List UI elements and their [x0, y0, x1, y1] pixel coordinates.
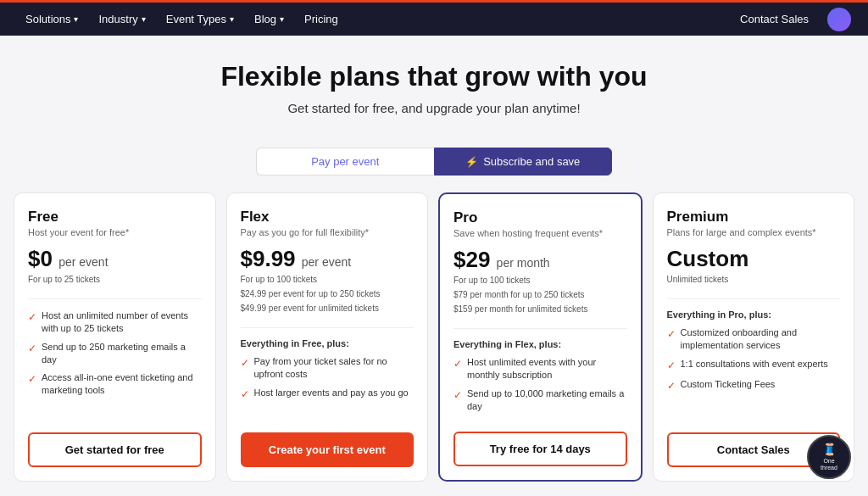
price-detail: Unlimited tickets: [667, 274, 841, 286]
check-icon: ✓: [453, 357, 462, 371]
subscribe-save-toggle[interactable]: ⚡ Subscribe and save: [434, 148, 613, 176]
feature-item: ✓ Host an unlimited number of events wit…: [28, 309, 202, 335]
feature-item: ✓ Access all-in-one event ticketing and …: [28, 371, 202, 397]
cta-button-flex[interactable]: Create your first event: [241, 432, 415, 467]
feature-item: ✓ Send up to 10,000 marketing emails a d…: [453, 387, 627, 413]
feature-item: ✓ Send up to 250 marketing emails a day: [28, 341, 202, 366]
feature-item: ✓ Host larger events and pay as you go: [241, 387, 415, 401]
check-icon: ✓: [28, 310, 36, 324]
plan-tagline: Pay as you go for full flexibility*: [241, 227, 415, 237]
feature-item: ✓ 1:1 consultations with event experts: [667, 358, 841, 372]
feature-item: ✓ Host unlimited events with your monthl…: [453, 356, 627, 382]
chevron-down-icon: ▾: [280, 14, 284, 24]
plan-price: $0 per event: [28, 246, 202, 272]
check-icon: ✓: [667, 379, 676, 393]
price-detail: $79 per month for up to 250 tickets: [453, 289, 627, 301]
chevron-down-icon: ▾: [74, 14, 78, 24]
hero-subtitle: Get started for free, and upgrade your p…: [17, 101, 851, 115]
check-icon: ✓: [241, 387, 249, 401]
avatar[interactable]: [827, 8, 851, 31]
divider: [453, 328, 627, 329]
check-icon: ✓: [667, 359, 676, 372]
check-icon: ✓: [28, 342, 36, 355]
plan-price: Custom: [667, 246, 841, 272]
plan-card-free: Free Host your event for free* $0 per ev…: [14, 192, 216, 482]
price-detail: For up to 100 tickets: [241, 274, 415, 286]
plan-price: $29 per month: [453, 247, 627, 273]
feature-list: ✓ Pay from your ticket sales for no upfr…: [241, 355, 415, 419]
plan-card-pro: Pro Save when hosting frequent events* $…: [438, 192, 643, 482]
plan-price: $9.99 per event: [241, 246, 415, 272]
cta-button-free[interactable]: Get started for free: [28, 432, 202, 467]
plan-tagline: Host your event for free*: [28, 227, 202, 237]
contact-sales-nav[interactable]: Contact Sales: [730, 9, 819, 29]
feature-list: ✓ Host unlimited events with your monthl…: [453, 356, 627, 418]
plan-name: Premium: [667, 209, 841, 226]
price-detail: $24.99 per event for up to 250 tickets: [241, 288, 415, 300]
feature-list: ✓ Host an unlimited number of events wit…: [28, 309, 202, 419]
check-icon: ✓: [241, 356, 249, 370]
lightning-icon: ⚡: [465, 156, 478, 168]
nav-items: Solutions ▾ Industry ▾ Event Types ▾ Blo…: [17, 9, 730, 29]
chevron-down-icon: ▾: [142, 14, 146, 24]
price-detail: $159 per month for unlimited tickets: [453, 304, 627, 315]
nav-blog[interactable]: Blog ▾: [246, 9, 292, 29]
onethread-badge[interactable]: 🧵 Onethread: [807, 435, 851, 479]
chevron-down-icon: ▾: [230, 14, 234, 24]
features-header: Everything in Pro, plus:: [667, 309, 841, 320]
nav-pricing[interactable]: Pricing: [296, 9, 347, 29]
onethread-icon: 🧵: [822, 443, 837, 456]
cta-button-pro[interactable]: Try free for 14 days: [453, 432, 627, 466]
feature-item: ✓ Custom Ticketing Fees: [667, 378, 841, 393]
divider: [241, 327, 415, 328]
divider: [667, 298, 841, 299]
check-icon: ✓: [667, 327, 676, 341]
billing-toggle: Pay per event ⚡ Subscribe and save: [256, 148, 612, 176]
price-detail: $49.99 per event for unlimited tickets: [241, 303, 415, 315]
plan-name: Flex: [241, 209, 415, 226]
nav-event-types[interactable]: Event Types ▾: [158, 9, 242, 29]
plan-tagline: Save when hosting frequent events*: [453, 228, 627, 238]
hero-section: Flexible plans that grow with you Get st…: [0, 36, 868, 132]
feature-item: ✓ Customized onboarding and implementati…: [667, 326, 841, 352]
features-header: Everything in Flex, plus:: [453, 339, 627, 349]
pay-per-event-toggle[interactable]: Pay per event: [256, 148, 434, 176]
pricing-cards: Free Host your event for free* $0 per ev…: [0, 192, 868, 496]
plan-card-flex: Flex Pay as you go for full flexibility*…: [226, 192, 429, 482]
divider: [28, 298, 202, 299]
check-icon: ✓: [28, 372, 36, 386]
plan-name: Free: [28, 209, 202, 226]
page-title: Flexible plans that grow with you: [17, 61, 851, 92]
price-detail: For up to 25 tickets: [28, 274, 202, 286]
plan-name: Pro: [453, 209, 627, 226]
navbar: Solutions ▾ Industry ▾ Event Types ▾ Blo…: [0, 0, 868, 36]
nav-solutions[interactable]: Solutions ▾: [17, 9, 86, 29]
onethread-label: Onethread: [821, 458, 837, 472]
features-header: Everything in Free, plus:: [241, 338, 415, 348]
feature-item: ✓ Pay from your ticket sales for no upfr…: [241, 355, 415, 381]
nav-industry[interactable]: Industry ▾: [90, 9, 153, 29]
check-icon: ✓: [453, 388, 462, 402]
plan-tagline: Plans for large and complex events*: [667, 227, 841, 237]
price-detail: For up to 100 tickets: [453, 275, 627, 287]
feature-list: ✓ Customized onboarding and implementati…: [667, 326, 841, 419]
